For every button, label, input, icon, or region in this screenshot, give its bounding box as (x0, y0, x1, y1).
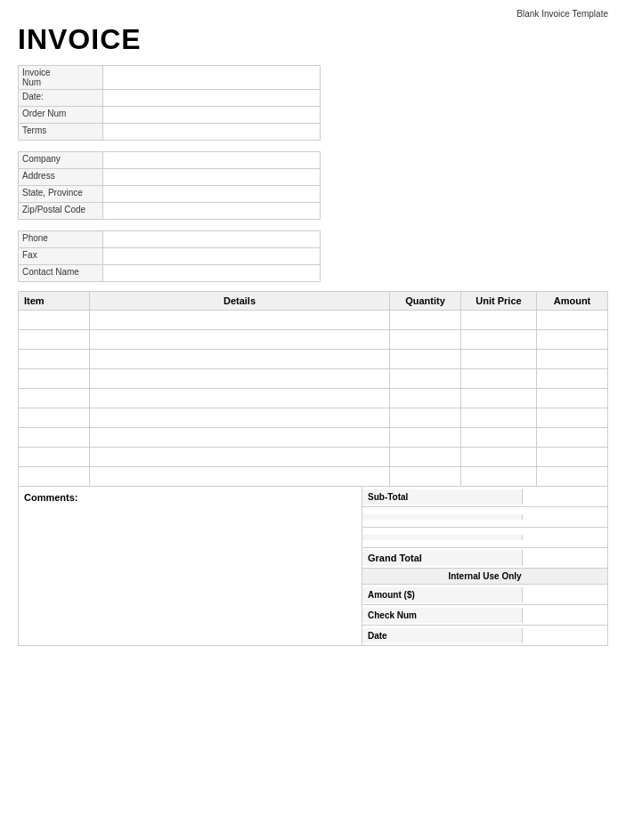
header-amount: Amount (537, 292, 608, 311)
row3-amount[interactable] (537, 350, 608, 369)
row1-item[interactable] (19, 311, 90, 330)
row6-details[interactable] (90, 408, 390, 428)
row4-qty[interactable] (390, 369, 461, 389)
table-row (19, 330, 608, 350)
row6-qty[interactable] (390, 408, 461, 428)
phone-row: Phone (19, 231, 320, 248)
terms-label: Terms (19, 124, 103, 140)
header-unit-price: Unit Price (461, 292, 537, 311)
row3-item[interactable] (19, 350, 90, 369)
invoice-info-section: InvoiceNum Date: Order Num Terms (18, 65, 321, 141)
invoice-num-value[interactable] (103, 66, 320, 89)
subtotal-label: Sub-Total (362, 489, 523, 505)
row7-amount[interactable] (537, 428, 608, 448)
date-value[interactable] (103, 90, 320, 106)
table-row (19, 408, 608, 428)
check-row: Check Num (362, 605, 607, 626)
date-row: Date: (19, 90, 320, 107)
order-num-value[interactable] (103, 107, 320, 123)
row7-details[interactable] (90, 428, 390, 448)
spacer1-value[interactable] (523, 507, 607, 527)
row2-qty[interactable] (390, 330, 461, 350)
check-value[interactable] (523, 605, 607, 625)
row2-amount[interactable] (537, 330, 608, 350)
row5-amount[interactable] (537, 389, 608, 408)
row8-price[interactable] (461, 448, 537, 467)
row6-amount[interactable] (537, 408, 608, 428)
row9-details[interactable] (90, 467, 390, 487)
row4-amount[interactable] (537, 369, 608, 389)
row6-item[interactable] (19, 408, 90, 428)
zip-label: Zip/Postal Code (19, 203, 103, 219)
phone-value[interactable] (103, 231, 320, 247)
contact-info-section: Phone Fax Contact Name (18, 230, 321, 282)
row1-price[interactable] (461, 311, 537, 330)
table-row (19, 428, 608, 448)
row7-item[interactable] (19, 428, 90, 448)
phone-label: Phone (19, 231, 103, 247)
row8-item[interactable] (19, 448, 90, 467)
row9-price[interactable] (461, 467, 537, 487)
row7-price[interactable] (461, 428, 537, 448)
row5-price[interactable] (461, 389, 537, 408)
grand-total-label: Grand Total (362, 550, 523, 566)
row3-details[interactable] (90, 350, 390, 369)
fax-label: Fax (19, 248, 103, 264)
company-info-section: Company Address State, Province Zip/Post… (18, 151, 321, 220)
row1-amount[interactable] (537, 311, 608, 330)
terms-value[interactable] (103, 124, 320, 140)
table-row (19, 389, 608, 408)
row5-item[interactable] (19, 389, 90, 408)
row4-details[interactable] (90, 369, 390, 389)
table-row (19, 311, 608, 330)
row9-amount[interactable] (537, 467, 608, 487)
row6-price[interactable] (461, 408, 537, 428)
row8-details[interactable] (90, 448, 390, 467)
internal-date-row: Date (362, 626, 607, 645)
address-label: Address (19, 169, 103, 185)
row2-item[interactable] (19, 330, 90, 350)
row9-item[interactable] (19, 467, 90, 487)
header-item: Item (19, 292, 90, 311)
row5-qty[interactable] (390, 389, 461, 408)
row4-item[interactable] (19, 369, 90, 389)
spacer2-value[interactable] (523, 528, 607, 547)
address-value[interactable] (103, 169, 320, 185)
row1-details[interactable] (90, 311, 390, 330)
row3-price[interactable] (461, 350, 537, 369)
company-row: Company (19, 152, 320, 169)
row9-qty[interactable] (390, 467, 461, 487)
order-num-row: Order Num (19, 107, 320, 124)
row2-price[interactable] (461, 330, 537, 350)
row3-qty[interactable] (390, 350, 461, 369)
table-row (19, 448, 608, 467)
row1-qty[interactable] (390, 311, 461, 330)
row2-details[interactable] (90, 330, 390, 350)
subtotal-value[interactable] (523, 487, 607, 506)
subtotal-row: Sub-Total (362, 487, 607, 507)
grand-total-value[interactable] (523, 548, 607, 568)
comments-cell: Comments: (19, 487, 362, 645)
row7-qty[interactable] (390, 428, 461, 448)
internal-date-value[interactable] (523, 626, 607, 645)
comments-label: Comments: (24, 492, 356, 503)
invoice-title: INVOICE (18, 23, 608, 56)
grand-total-row: Grand Total (362, 548, 607, 569)
company-value[interactable] (103, 152, 320, 168)
invoice-num-label: InvoiceNum (19, 66, 103, 89)
zip-row: Zip/Postal Code (19, 203, 320, 219)
contact-value[interactable] (103, 265, 320, 281)
row4-price[interactable] (461, 369, 537, 389)
row8-amount[interactable] (537, 448, 608, 467)
row5-details[interactable] (90, 389, 390, 408)
state-row: State, Province (19, 186, 320, 203)
fax-value[interactable] (103, 248, 320, 264)
totals-cell: Sub-Total Grand Total Internal Use Only (362, 487, 607, 645)
amount-value[interactable] (523, 585, 607, 604)
row8-qty[interactable] (390, 448, 461, 467)
zip-value[interactable] (103, 203, 320, 219)
amount-row: Amount ($) (362, 585, 607, 605)
state-value[interactable] (103, 186, 320, 202)
address-row: Address (19, 169, 320, 186)
fax-row: Fax (19, 248, 320, 265)
